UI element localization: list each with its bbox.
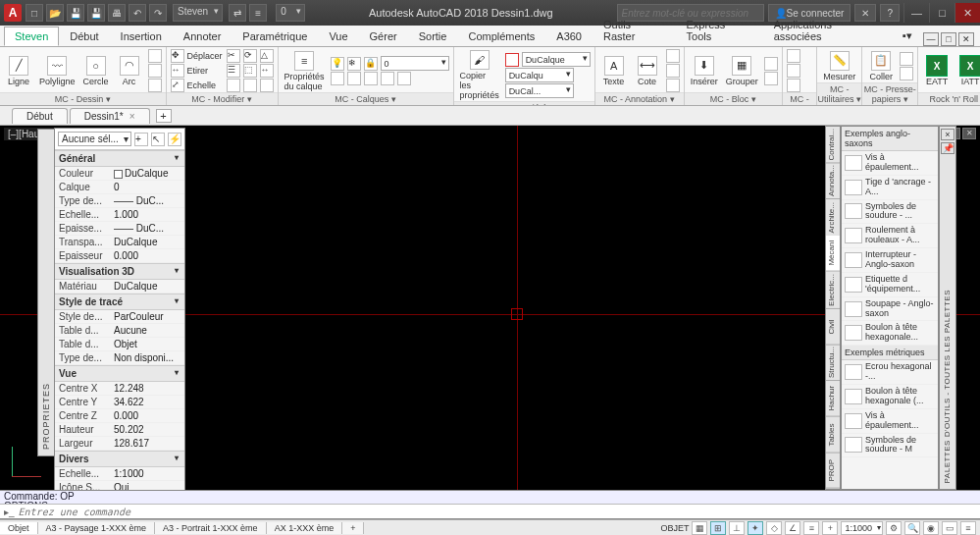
polyline-tool[interactable]: 〰Polyligne bbox=[37, 55, 77, 87]
section-visu3d[interactable]: Visualisation 3D bbox=[55, 263, 184, 280]
group-groupes[interactable]: MC - Groupes ▾ bbox=[783, 92, 817, 106]
prop-row[interactable]: Centre X12.248 bbox=[55, 382, 184, 396]
save-icon[interactable]: 💾 bbox=[67, 4, 84, 22]
selection-dropdown[interactable]: Aucune sél... bbox=[58, 132, 131, 146]
sidetab-5[interactable]: Civil bbox=[826, 309, 840, 346]
trim-icon[interactable]: ✂ bbox=[227, 49, 240, 63]
text-tool[interactable]: ATexte bbox=[599, 55, 629, 87]
tool-item[interactable]: Ecrou hexagonal -... bbox=[842, 360, 938, 385]
tab-apps[interactable]: Applications associées bbox=[763, 15, 892, 46]
group-annotation[interactable]: MC - Annotation ▾ bbox=[595, 92, 684, 105]
saveas-icon[interactable]: 💾 bbox=[87, 4, 105, 22]
prop-row[interactable]: Hauteur50.202 bbox=[55, 423, 184, 437]
tab-vue[interactable]: Vue bbox=[318, 27, 358, 46]
measure-tool[interactable]: 📏Mesurer bbox=[821, 50, 857, 82]
insert-tool[interactable]: ⬇Insérer bbox=[689, 55, 720, 87]
tab-raster[interactable]: Outils Raster bbox=[593, 15, 676, 46]
filetab-debut[interactable]: Début bbox=[12, 108, 68, 124]
select-icon[interactable]: ↖ bbox=[151, 133, 165, 146]
prop-row[interactable]: Echelle...1.000 bbox=[55, 208, 184, 222]
minimize-button[interactable]: — bbox=[903, 3, 929, 23]
section-general[interactable]: Général bbox=[55, 150, 184, 167]
section-divers[interactable]: Divers bbox=[55, 451, 184, 467]
undo-icon[interactable]: ↶ bbox=[129, 4, 146, 22]
prop-row[interactable]: Centre Y34.622 bbox=[55, 396, 184, 409]
prop-row[interactable]: Table d...Objet bbox=[55, 338, 184, 351]
print-icon[interactable]: 🖶 bbox=[108, 4, 126, 22]
layout-ax[interactable]: AX 1-XXX ème bbox=[267, 522, 343, 534]
tab-gerer[interactable]: Gérer bbox=[359, 27, 408, 46]
palette-pin-icon[interactable]: 📌 bbox=[941, 142, 954, 154]
redo-icon[interactable]: ↷ bbox=[149, 4, 167, 22]
polar-toggle[interactable]: ✦ bbox=[748, 521, 763, 535]
close-button[interactable]: ✕ bbox=[954, 3, 980, 23]
tab-sortie[interactable]: Sortie bbox=[408, 27, 458, 46]
color-dropdown[interactable]: DuCalque bbox=[522, 52, 591, 67]
group-rock[interactable]: Rock 'n' Roll bbox=[918, 92, 980, 105]
tab-complements[interactable]: Compléments bbox=[457, 27, 545, 46]
tool-palette-handle[interactable]: × 📌 PALETTES D'OUTILS - TOUTES LES PALET… bbox=[939, 126, 956, 490]
tool-item[interactable]: Roulement à rouleaux - A... bbox=[842, 224, 938, 248]
sidetab-7[interactable]: Hachur bbox=[826, 381, 840, 417]
palette-handle[interactable]: PROPRIETES bbox=[37, 129, 55, 456]
tool-item[interactable]: Soupape - Anglo-saxon bbox=[842, 297, 938, 322]
ortho-toggle[interactable]: ⊥ bbox=[729, 521, 745, 535]
group-modifier[interactable]: MC - Modifier ▾ bbox=[167, 92, 278, 105]
group-tool[interactable]: ▦Grouper bbox=[724, 55, 760, 87]
prop-row[interactable]: Echelle...1:1000 bbox=[55, 467, 184, 481]
tab-annoter[interactable]: Annoter bbox=[173, 27, 232, 46]
move-tool[interactable]: ✥Déplacer bbox=[171, 49, 223, 63]
layout-add[interactable]: + bbox=[342, 522, 364, 534]
new-tab-button[interactable]: + bbox=[156, 109, 172, 123]
tab-express[interactable]: Express Tools bbox=[676, 15, 763, 46]
grid-toggle[interactable]: ▦ bbox=[692, 521, 707, 535]
quickselect-icon[interactable]: ⚡ bbox=[168, 133, 181, 146]
prop-row[interactable]: Type de...Non disponi... bbox=[55, 351, 184, 365]
offset-icon[interactable]: ⬚ bbox=[243, 64, 257, 78]
properties-palette[interactable]: PROPRIETES Aucune sél... + ↖ ⚡ Général C… bbox=[54, 128, 185, 509]
group-presse[interactable]: MC - Presse-papiers ▾ bbox=[862, 82, 917, 105]
tab-steven[interactable]: Steven bbox=[4, 27, 59, 46]
sidetab-4[interactable]: Electric... bbox=[826, 272, 840, 309]
matchprop-tool[interactable]: 🖌Copier les propriétés bbox=[458, 49, 501, 101]
command-line[interactable]: Commande: OP OPTIONS Commande: ▸_ bbox=[0, 490, 980, 519]
tool-item[interactable]: Vis à épaulement... bbox=[842, 151, 938, 176]
vp-close-icon[interactable]: ✕ bbox=[962, 128, 976, 139]
doc-min-icon[interactable]: — bbox=[923, 32, 939, 46]
app-icon[interactable]: A bbox=[4, 4, 22, 22]
prop-row[interactable]: CouleurDuCalque bbox=[55, 167, 184, 181]
bulb-icon[interactable]: 💡 bbox=[331, 57, 344, 71]
dyn-toggle[interactable]: + bbox=[822, 521, 838, 535]
prop-row[interactable]: Table d...Aucune bbox=[55, 324, 184, 338]
layer-props-tool[interactable]: ≡Propriétés du calque bbox=[283, 50, 327, 92]
prop-row[interactable]: Centre Z0.000 bbox=[55, 409, 184, 423]
layer-icon[interactable]: ≡ bbox=[249, 4, 267, 22]
sidetab-0[interactable]: Contrai... bbox=[826, 127, 840, 163]
circle-tool[interactable]: ○Cercle bbox=[81, 55, 111, 87]
workspace-selector[interactable]: Steven bbox=[173, 4, 223, 22]
lineweight-dropdown[interactable]: DuCalqu bbox=[505, 68, 574, 82]
tool-palette[interactable]: Exemples anglo-saxons Vis à épaulement..… bbox=[841, 126, 939, 490]
stretch-tool[interactable]: ↔Etirer bbox=[171, 64, 223, 78]
prop-row[interactable]: Largeur128.617 bbox=[55, 437, 184, 451]
doc-close-icon[interactable]: ✕ bbox=[958, 32, 974, 46]
section-vue[interactable]: Vue bbox=[55, 365, 184, 382]
filetab-dessin1[interactable]: Dessin1*× bbox=[70, 108, 150, 124]
pickadd-icon[interactable]: + bbox=[134, 133, 148, 146]
isolate-icon[interactable]: ◉ bbox=[923, 521, 939, 535]
clean-icon[interactable]: ▭ bbox=[942, 521, 957, 535]
array-icon[interactable]: ☰ bbox=[227, 64, 240, 78]
command-input[interactable] bbox=[19, 507, 980, 517]
tab-a360[interactable]: A360 bbox=[545, 27, 593, 46]
close-tab-icon[interactable]: × bbox=[129, 111, 135, 122]
annoscale-icon[interactable]: 🔍 bbox=[904, 521, 920, 535]
layout-objet[interactable]: Objet bbox=[0, 522, 38, 534]
tab-debut[interactable]: Début bbox=[59, 27, 109, 46]
mirror-icon[interactable]: △ bbox=[260, 49, 274, 63]
prop-row[interactable]: Epaisseur0.000 bbox=[55, 249, 184, 263]
doc-max-icon[interactable]: □ bbox=[941, 32, 956, 46]
tool-item[interactable]: Tige d 'ancrage - A... bbox=[842, 176, 938, 200]
eatt-tool[interactable]: XEATT bbox=[922, 54, 952, 87]
tab-insertion[interactable]: Insertion bbox=[110, 27, 173, 46]
palette-close-icon[interactable]: × bbox=[941, 129, 954, 140]
